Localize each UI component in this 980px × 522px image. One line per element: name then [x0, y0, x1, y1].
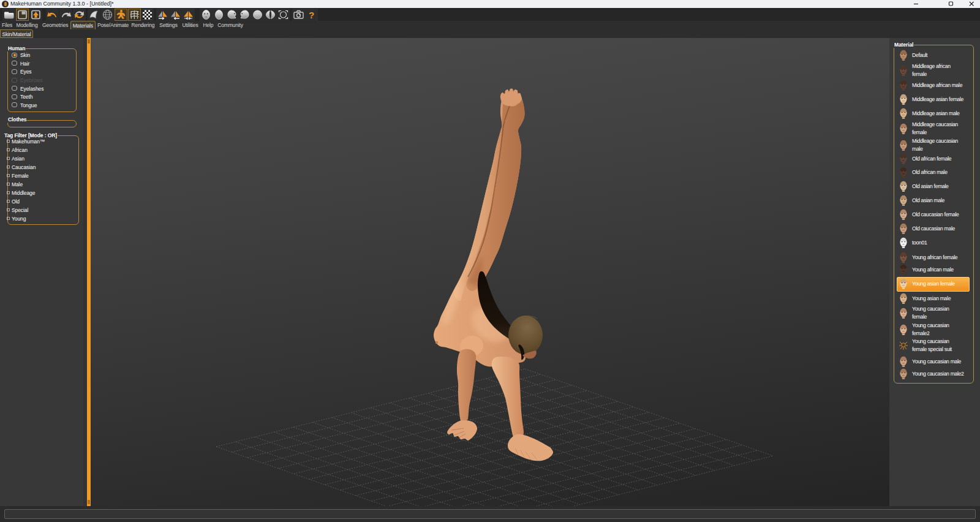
svg-text:?: ? [309, 10, 314, 20]
